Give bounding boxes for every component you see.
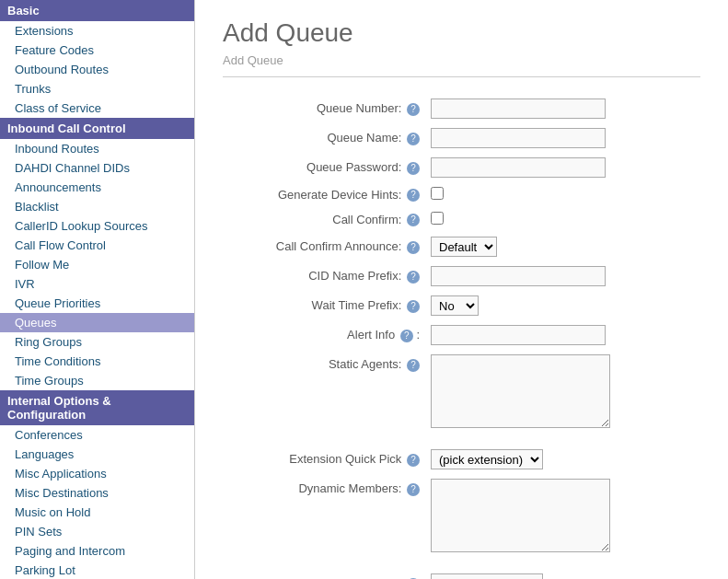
page-title: Add Queue <box>223 18 700 48</box>
call-confirm-label: Call Confirm: ? <box>223 207 425 232</box>
queue-number-row: Queue Number: ? <box>223 94 700 123</box>
wait-time-prefix-row: Wait Time Prefix: ? No Yes <box>223 291 700 320</box>
queue-number-info-icon[interactable]: ? <box>407 103 420 116</box>
divider <box>223 76 700 77</box>
extension-quick-pick-label: Extension Quick Pick ? <box>223 445 425 474</box>
sidebar-item[interactable]: Announcements <box>0 178 194 197</box>
sidebar-item[interactable]: Blacklist <box>0 197 194 216</box>
queue-number-label: Queue Number: ? <box>223 94 425 123</box>
queue-name-row: Queue Name: ? <box>223 123 700 153</box>
dynamic-members-cell <box>425 474 700 560</box>
queue-password-row: Queue Password: ? <box>223 153 700 182</box>
dynamic-members-info-icon[interactable]: ? <box>407 483 420 496</box>
sidebar-item[interactable]: Follow Me <box>0 255 194 274</box>
alert-info-label: Alert Info ? : <box>223 320 425 350</box>
wait-time-prefix-cell: No Yes <box>425 291 700 320</box>
sidebar-item[interactable]: IVR <box>0 274 194 294</box>
static-agents-row: Static Agents: ? <box>223 350 700 435</box>
wait-time-prefix-select[interactable]: No Yes <box>431 295 479 316</box>
call-confirm-announce-label: Call Confirm Announce: ? <box>223 232 425 261</box>
call-confirm-announce-row: Call Confirm Announce: ? Default <box>223 232 700 261</box>
static-agents-label: Static Agents: ? <box>223 350 425 435</box>
sidebar-item[interactable]: Time Conditions <box>0 352 194 371</box>
sidebar-item[interactable]: Outbound Routes <box>0 60 194 79</box>
sidebar-section-header: Internal Options & Configuration <box>0 390 194 425</box>
sidebar-item[interactable]: PIN Sets <box>0 522 194 541</box>
sidebar-item[interactable]: Queues <box>0 313 194 332</box>
sidebar-item[interactable]: Languages <box>0 445 194 464</box>
cid-name-prefix-cell <box>425 261 700 291</box>
extension-quick-pick2-select[interactable]: (pick extension) <box>431 573 543 579</box>
sidebar-item[interactable]: Call Flow Control <box>0 236 194 255</box>
dynamic-members-label: Dynamic Members: ? <box>223 474 425 560</box>
dynamic-members-textarea[interactable] <box>431 479 610 552</box>
alert-info-info-icon[interactable]: ? <box>400 330 413 342</box>
static-agents-info-icon[interactable]: ? <box>407 359 420 372</box>
alert-info-input[interactable] <box>431 325 606 345</box>
queue-password-label: Queue Password: ? <box>223 153 425 182</box>
queue-name-cell <box>425 123 700 153</box>
sidebar-item[interactable]: Music on Hold <box>0 503 194 522</box>
queue-password-cell <box>425 153 700 182</box>
queue-name-input[interactable] <box>431 128 606 148</box>
sidebar: BasicExtensionsFeature CodesOutbound Rou… <box>0 0 195 579</box>
extension-quick-pick-cell: (pick extension) <box>425 445 700 474</box>
cid-name-prefix-input[interactable] <box>431 266 606 286</box>
cid-name-prefix-label: CID Name Prefix: ? <box>223 261 425 291</box>
extension-quick-pick2-label: Extension Quick Pick ? <box>223 569 425 579</box>
sidebar-item[interactable]: Misc Applications <box>0 464 194 483</box>
queue-password-input[interactable] <box>431 157 606 178</box>
sidebar-item[interactable]: Inbound Routes <box>0 139 194 158</box>
static-agents-cell <box>425 350 700 435</box>
call-confirm-info-icon[interactable]: ? <box>407 214 420 226</box>
sidebar-item[interactable]: Class of Service <box>0 98 194 118</box>
sidebar-item[interactable]: Extensions <box>0 21 194 41</box>
cid-name-prefix-row: CID Name Prefix: ? <box>223 261 700 291</box>
sidebar-item[interactable]: Trunks <box>0 79 194 98</box>
sidebar-item[interactable]: CallerID Lookup Sources <box>0 216 194 236</box>
extension-quick-pick-info-icon[interactable]: ? <box>407 454 420 467</box>
sidebar-item[interactable]: Misc Destinations <box>0 483 194 503</box>
queue-password-info-icon[interactable]: ? <box>407 162 420 175</box>
generate-device-hints-info-icon[interactable]: ? <box>407 189 420 202</box>
extension-quick-pick2-row: Extension Quick Pick ? (pick extension) <box>223 569 700 579</box>
sidebar-item[interactable]: DAHDI Channel DIDs <box>0 158 194 178</box>
alert-info-cell <box>425 320 700 350</box>
extension-quick-pick-select[interactable]: (pick extension) <box>431 449 543 469</box>
sidebar-item[interactable]: Parking Lot <box>0 561 194 579</box>
extension-quick-pick-row: Extension Quick Pick ? (pick extension) <box>223 445 700 474</box>
main-content: Add Queue Add Queue Queue Number: ? Queu… <box>195 0 728 579</box>
sidebar-item[interactable]: Queue Priorities <box>0 294 194 313</box>
queue-name-label: Queue Name: ? <box>223 123 425 153</box>
call-confirm-cell <box>425 207 700 232</box>
sidebar-section-header: Basic <box>0 0 194 21</box>
spacer-row2 <box>223 560 700 569</box>
sidebar-item[interactable]: Time Groups <box>0 371 194 390</box>
generate-device-hints-cell <box>425 182 700 207</box>
sidebar-section-header: Inbound Call Control <box>0 118 194 139</box>
wait-time-prefix-label: Wait Time Prefix: ? <box>223 291 425 320</box>
sidebar-item[interactable]: Conferences <box>0 425 194 445</box>
queue-number-cell <box>425 94 700 123</box>
call-confirm-announce-cell: Default <box>425 232 700 261</box>
call-confirm-announce-select[interactable]: Default <box>431 237 497 257</box>
sidebar-item[interactable]: Ring Groups <box>0 332 194 352</box>
cid-name-prefix-info-icon[interactable]: ? <box>407 271 420 284</box>
queue-name-info-icon[interactable]: ? <box>407 133 420 145</box>
breadcrumb: Add Queue <box>223 53 700 67</box>
static-agents-textarea[interactable] <box>431 354 610 428</box>
sidebar-item[interactable]: Paging and Intercom <box>0 541 194 561</box>
wait-time-prefix-info-icon[interactable]: ? <box>407 300 420 313</box>
alert-info-row: Alert Info ? : <box>223 320 700 350</box>
generate-device-hints-checkbox[interactable] <box>431 187 444 200</box>
call-confirm-checkbox[interactable] <box>431 212 444 225</box>
extension-quick-pick2-cell: (pick extension) <box>425 569 700 579</box>
sidebar-item[interactable]: Feature Codes <box>0 41 194 60</box>
queue-number-input[interactable] <box>431 98 606 119</box>
spacer-row <box>223 435 700 445</box>
call-confirm-announce-info-icon[interactable]: ? <box>407 241 420 254</box>
dynamic-members-row: Dynamic Members: ? <box>223 474 700 560</box>
generate-device-hints-label: Generate Device Hints: ? <box>223 182 425 207</box>
generate-device-hints-row: Generate Device Hints: ? <box>223 182 700 207</box>
call-confirm-row: Call Confirm: ? <box>223 207 700 232</box>
